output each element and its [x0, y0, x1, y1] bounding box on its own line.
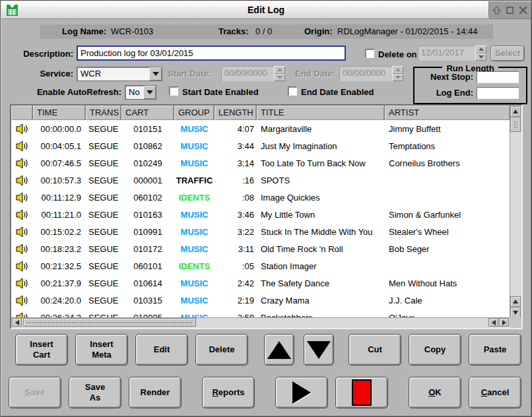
- spin-down-icon[interactable]: [475, 53, 486, 61]
- play-button[interactable]: [275, 377, 328, 408]
- vertical-scroll-thumb[interactable]: [510, 117, 521, 132]
- autorefresh-combobox[interactable]: No: [125, 85, 156, 100]
- titlebar[interactable]: Edit Log: [1, 1, 531, 19]
- scroll-left-button[interactable]: [12, 318, 22, 327]
- scroll-right-button[interactable]: [499, 318, 509, 327]
- table-row[interactable]: 00:18:23.2SEGUE010172MUSIC3:11Old Time R…: [11, 240, 510, 257]
- description-label: Description:: [6, 49, 73, 59]
- move-up-button[interactable]: [264, 334, 294, 366]
- service-combobox[interactable]: WCR: [77, 67, 162, 81]
- table-row[interactable]: 00:21:37.9SEGUE010614MUSIC2:42The Safety…: [11, 274, 510, 292]
- render-button[interactable]: Render: [129, 377, 182, 408]
- cell-title: My Little Town: [257, 210, 385, 220]
- table-row[interactable]: 00:11:12.9SEGUE060102IDENTS:08Image Quic…: [11, 189, 510, 206]
- save-button[interactable]: Save: [9, 377, 61, 408]
- copy-button[interactable]: Copy: [409, 334, 461, 366]
- scroll-up-button[interactable]: [510, 106, 521, 117]
- down-triangle-icon: [307, 341, 331, 359]
- edit-button[interactable]: Edit: [135, 334, 188, 366]
- move-down-button[interactable]: [304, 334, 334, 366]
- cell-cart: 060101: [121, 261, 174, 271]
- cell-title: Station Imager: [257, 261, 385, 271]
- table-row[interactable]: 00:04:05.1SEGUE010862MUSIC3:44Just My Im…: [11, 137, 510, 154]
- cell-time: 00:18:23.2: [33, 244, 86, 254]
- spin-up-icon[interactable]: [475, 46, 486, 53]
- vertical-scrollbar[interactable]: [510, 106, 521, 319]
- end-date-spin-buttons: [392, 66, 403, 81]
- scroll-up-button-2[interactable]: [510, 296, 521, 307]
- service-value: WCR: [77, 67, 149, 80]
- table-row[interactable]: 00:10:57.3SEGUE000001TRAFFIC:16SPOTS: [11, 172, 510, 189]
- log-end-field: [477, 87, 519, 99]
- table-row[interactable]: 00:11:21.0SEGUE010163MUSIC3:46My Little …: [11, 206, 510, 223]
- speaker-icon: [11, 141, 33, 152]
- start-date-spin-buttons: [274, 66, 285, 81]
- cell-title: Just My Imagination: [257, 141, 385, 151]
- cell-group: MUSIC: [174, 278, 215, 288]
- cancel-button[interactable]: Cancel: [469, 377, 521, 408]
- start-date-enabled-checkbox[interactable]: [169, 86, 178, 96]
- cell-time: 00:04:05.1: [33, 141, 86, 151]
- cell-length: :05: [215, 261, 257, 271]
- maximize-button[interactable]: [505, 5, 515, 15]
- run-length-group: Run Length Next Stop: Log End:: [413, 67, 527, 104]
- col-icon[interactable]: [11, 106, 33, 120]
- description-input[interactable]: [77, 46, 346, 61]
- col-cart[interactable]: CART: [121, 106, 174, 120]
- cell-trans: SEGUE: [86, 210, 121, 220]
- button-label: Save: [85, 382, 105, 393]
- cell-time: 00:21:32.5: [33, 261, 86, 271]
- col-trans[interactable]: TRANS: [86, 106, 121, 120]
- table-row[interactable]: 00:00:00.0SEGUE010151MUSIC4:07Margaritav…: [11, 120, 510, 137]
- col-group[interactable]: GROUP: [174, 106, 215, 120]
- tracks-label: Tracks:: [218, 26, 249, 36]
- start-date-label: Start Date:: [168, 69, 211, 79]
- cell-length: 3:11: [215, 244, 257, 254]
- col-length[interactable]: LENGTH: [215, 106, 257, 120]
- speaker-icon: [11, 226, 33, 238]
- horizontal-scrollbar[interactable]: [11, 317, 510, 328]
- close-button[interactable]: [517, 5, 528, 15]
- end-date-value: 00/00/0000: [339, 66, 392, 81]
- delete-button[interactable]: Delete: [195, 334, 248, 366]
- delete-date-spin-buttons[interactable]: [475, 46, 486, 61]
- table-row[interactable]: 00:07:46.5SEGUE010249MUSIC3:14Too Late T…: [11, 154, 510, 172]
- paste-button[interactable]: Paste: [469, 334, 521, 366]
- scroll-left-icon: [15, 320, 19, 325]
- speaker-icon: [11, 192, 33, 203]
- save-as-button[interactable]: SaveAs: [69, 377, 121, 408]
- delete-date-spinbox[interactable]: 12/01/2017: [418, 46, 486, 61]
- col-title[interactable]: TITLE: [257, 106, 385, 120]
- ok-button[interactable]: OK: [409, 377, 461, 408]
- cell-time: 00:15:02.2: [33, 227, 86, 237]
- horizontal-scroll-thumb[interactable]: [23, 318, 196, 327]
- table-row[interactable]: 00:24:20.0SEGUE010315MUSIC2:19Crazy Mama…: [11, 292, 510, 309]
- shade-button[interactable]: [492, 5, 502, 15]
- cell-cart: 000001: [121, 176, 174, 185]
- cell-trans: SEGUE: [86, 141, 121, 151]
- chevron-down-icon[interactable]: [149, 67, 162, 80]
- speaker-icon: [11, 158, 33, 169]
- delete-date-value: 12/01/2017: [418, 46, 475, 61]
- table-row[interactable]: 00:15:02.2SEGUE010991MUSIC3:22Stuck In T…: [11, 223, 510, 240]
- cell-title: Too Late To Turn Back Now: [257, 158, 385, 168]
- delete-on-checkbox[interactable]: [365, 49, 374, 58]
- end-date-enabled-checkbox[interactable]: [288, 86, 297, 96]
- cut-button[interactable]: Cut: [349, 334, 401, 366]
- scroll-down-button[interactable]: [510, 307, 521, 318]
- insert-meta-button[interactable]: InsertMeta: [75, 334, 128, 366]
- col-time[interactable]: TIME: [33, 106, 86, 120]
- cell-time: 00:00:00.0: [33, 124, 86, 134]
- stop-button[interactable]: [335, 377, 388, 408]
- cell-cart: 010163: [121, 210, 174, 220]
- col-artist[interactable]: ARTIST: [385, 106, 510, 120]
- select-date-button[interactable]: Select: [490, 46, 525, 61]
- reports-button[interactable]: Reports: [202, 377, 255, 408]
- cell-group: MUSIC: [174, 141, 215, 151]
- scroll-left-button-2[interactable]: [488, 318, 498, 327]
- cell-cart: 060102: [121, 193, 174, 203]
- table-row[interactable]: 00:21:32.5SEGUE060101IDENTS:05Station Im…: [11, 257, 510, 274]
- cell-time: 00:07:46.5: [33, 158, 86, 168]
- chevron-down-icon[interactable]: [143, 86, 156, 99]
- insert-cart-button[interactable]: InsertCart: [15, 334, 68, 366]
